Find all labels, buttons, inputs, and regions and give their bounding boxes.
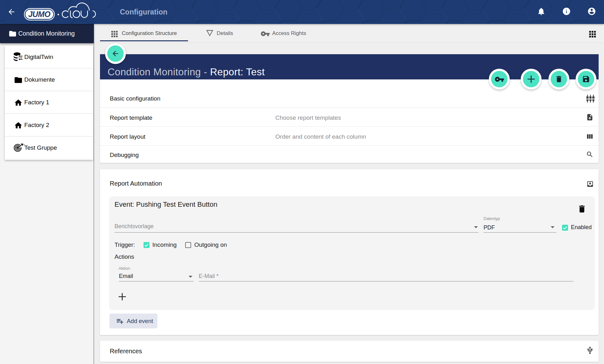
- svg-text:JUMO: JUMO: [28, 10, 50, 19]
